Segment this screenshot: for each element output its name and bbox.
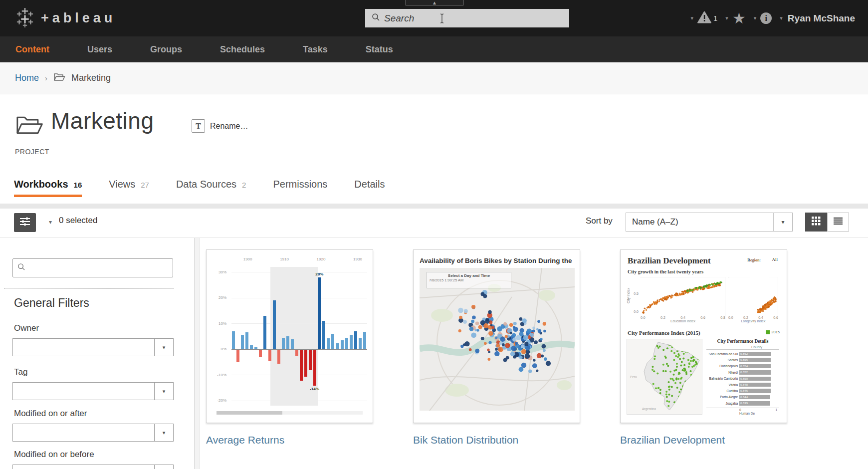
tab-workbooks[interactable]: Workbooks16 [14, 179, 82, 197]
y-tick: 10% [218, 321, 226, 326]
page-title: Marketing [51, 107, 154, 134]
nav-item-groups[interactable]: Groups [150, 44, 182, 55]
grid-view-button[interactable] [805, 213, 827, 232]
scatter-thumbnail: City Index 0.5 0.0 0.00.20.40.60.8 Educa… [627, 277, 779, 327]
info-button[interactable]: i [760, 12, 772, 24]
filter-label-modified-on-or-after: Modified on or after [14, 409, 87, 419]
zero-axis [231, 349, 367, 350]
value-bar: 0.856 [739, 358, 771, 362]
chevron-down-icon: ▾ [773, 213, 792, 231]
chevron-down-icon[interactable]: ▾ [725, 15, 728, 21]
x-tick: 0.0 [641, 316, 646, 319]
x-tick: 0.0 [728, 316, 733, 319]
active-tab-underline [14, 195, 82, 197]
max-bar-label: 28% [315, 272, 323, 276]
rename-label: Rename… [210, 122, 248, 131]
sidebar-search[interactable] [12, 258, 173, 277]
grid-view-icon [812, 217, 821, 228]
sort-selected-value: Name (A–Z) [626, 213, 773, 231]
favorites-button[interactable]: ★ [732, 11, 746, 26]
x-tick: 0.4 [758, 316, 763, 319]
user-menu[interactable]: Ryan McShane [788, 13, 855, 24]
top-bar: +ableau ▲ ▾ 1 ▾ [0, 0, 868, 36]
bar [241, 335, 244, 349]
x-tick: 1930 [349, 257, 366, 261]
filter-select-owner[interactable]: ▾ [12, 338, 174, 356]
filter-select-value [13, 465, 154, 469]
nav-item-status[interactable]: Status [366, 44, 393, 55]
global-search[interactable] [365, 9, 569, 27]
filter-select-modified-on-or-before[interactable]: ▾ [12, 465, 174, 469]
tab-views[interactable]: Views27 [109, 179, 149, 197]
info-icon: i [760, 12, 772, 24]
tab-permissions[interactable]: Permissions [273, 179, 327, 197]
bar [304, 350, 307, 377]
value-bar: 0.854 [739, 364, 771, 369]
workbook-card-average-returns[interactable]: 1900191019201930 30%20%10%0%-10%-20% 28%… [206, 249, 373, 423]
sort-select[interactable]: Name (A–Z) ▾ [626, 213, 793, 232]
list-view-button[interactable] [827, 213, 849, 232]
alerts-count: 1 [713, 14, 717, 22]
legend-2015: 2015 [766, 330, 780, 334]
tableau-logo[interactable]: +ableau [14, 0, 116, 36]
chevron-down-icon[interactable]: ▾ [754, 15, 757, 21]
x-tick: 0.6 [700, 316, 705, 319]
bar [291, 339, 294, 349]
chevron-down-icon[interactable]: ▾ [780, 15, 783, 21]
bar [313, 350, 316, 386]
list-view-icon [834, 217, 843, 227]
nav-item-tasks[interactable]: Tasks [303, 44, 328, 55]
viz-title: Brazilian Development [628, 256, 711, 266]
nav-item-users[interactable]: Users [87, 44, 112, 55]
county-name: Florianópolis [706, 364, 739, 368]
detail-row-porto-alegre: Porto Alegre0.844 [706, 394, 779, 400]
tab-data-sources[interactable]: Data Sources2 [176, 179, 246, 197]
warning-icon [697, 11, 711, 25]
workbook-link[interactable]: Average Returns [206, 434, 284, 446]
x-tick: 1910 [276, 257, 293, 261]
filter-label-modified-on-or-before: Modified on or before [14, 450, 94, 460]
filter-select-modified-on-or-after[interactable]: ▾ [12, 424, 174, 442]
detail-row-balne-rio-cambori: Balneário Camboriú0.850 [706, 376, 779, 382]
toolbar-divider [0, 237, 868, 238]
sidebar-search-input[interactable] [28, 264, 158, 272]
x-tick: 0.4 [680, 316, 685, 319]
filters-toggle-button[interactable] [14, 213, 36, 232]
filter-select-tag[interactable]: ▾ [12, 382, 174, 400]
city-performance-details: City Performance Details County São Caet… [706, 339, 779, 415]
breadcrumb-current: Marketing [71, 73, 111, 83]
bar [286, 336, 289, 349]
nav-item-schedules[interactable]: Schedules [220, 44, 265, 55]
bar [331, 334, 334, 349]
county-name: Joaçaba [706, 402, 739, 405]
filter-select-value [13, 339, 154, 356]
alerts-button[interactable]: 1 [697, 11, 717, 25]
rename-button[interactable]: T Rename… [192, 119, 248, 133]
gridline [231, 375, 367, 375]
workbook-card-brazilian-development[interactable]: Brazilian Development Region: All City g… [620, 249, 787, 423]
county-name: Niterói [706, 371, 739, 374]
value-bar: 0.862 [739, 352, 771, 356]
map-label-peru: Peru [630, 375, 637, 379]
bar [300, 350, 303, 381]
filter-label-tag: Tag [14, 367, 27, 377]
bar [354, 331, 357, 349]
selected-caret-icon[interactable]: ▾ [49, 219, 52, 226]
workbook-link[interactable]: Brazilian Development [620, 434, 725, 446]
header-actions: ▾ 1 ▾ ★ ▾ i ▾ Ryan McShane [687, 0, 855, 36]
content-scrollbar[interactable] [195, 238, 200, 469]
bar [236, 350, 239, 363]
breadcrumb-home-link[interactable]: Home [15, 73, 39, 83]
section-title: City Performance Index (2015) [628, 330, 700, 336]
workbook-link[interactable]: Bik Station Distribution [413, 434, 518, 446]
filters-toggle-icon [19, 217, 30, 229]
workbook-card-bik-station-distribution[interactable]: Availability of Boris Bikes by Station D… [413, 249, 580, 423]
detail-row-vit-ria: Vitória0.848 [706, 382, 779, 388]
nav-item-content[interactable]: Content [15, 44, 49, 55]
tab-bar: Workbooks16Views27Data Sources2Permissio… [14, 179, 385, 197]
bar [295, 350, 298, 356]
tab-details[interactable]: Details [354, 179, 385, 197]
text-cursor-icon [439, 13, 445, 26]
bar [259, 350, 262, 357]
chevron-down-icon[interactable]: ▾ [690, 15, 693, 21]
